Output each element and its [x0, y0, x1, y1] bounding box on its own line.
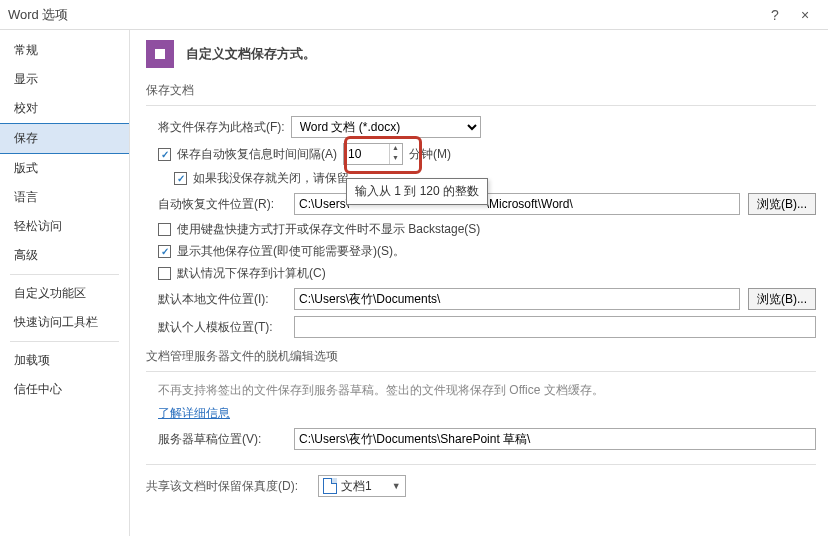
- local-location-input[interactable]: [294, 288, 740, 310]
- sidebar-item-trust-center[interactable]: 信任中心: [0, 375, 129, 404]
- autorecover-location-label: 自动恢复文件位置(R):: [158, 196, 286, 213]
- close-button[interactable]: ×: [790, 7, 820, 23]
- sidebar-item-save[interactable]: 保存: [0, 123, 129, 154]
- show-other-locations-label: 显示其他保存位置(即使可能需要登录)(S)。: [177, 243, 405, 260]
- spinner-up-icon[interactable]: ▲: [389, 144, 401, 154]
- spinner-down-icon[interactable]: ▼: [389, 154, 401, 164]
- content-panel: 自定义文档保存方式。 保存文档 将文件保存为此格式(F): Word 文档 (*…: [130, 30, 828, 536]
- fidelity-document-name: 文档1: [341, 478, 372, 495]
- divider: [146, 105, 816, 106]
- sidebar-separator: [10, 274, 119, 275]
- minutes-label: 分钟(M): [409, 146, 451, 163]
- show-other-locations-checkbox[interactable]: [158, 245, 171, 258]
- hide-backstage-label: 使用键盘快捷方式打开或保存文件时不显示 Backstage(S): [177, 221, 480, 238]
- sidebar-item-advanced[interactable]: 高级: [0, 241, 129, 270]
- window-title: Word 选项: [8, 6, 760, 24]
- local-browse-button[interactable]: 浏览(B)...: [748, 288, 816, 310]
- sidebar-item-addins[interactable]: 加载项: [0, 346, 129, 375]
- server-draft-location-label: 服务器草稿位置(V):: [158, 431, 286, 448]
- section-fidelity-title: 共享该文档时保留保真度(D):: [146, 478, 298, 495]
- page-header: 自定义文档保存方式。: [186, 45, 316, 63]
- save-to-computer-label: 默认情况下保存到计算机(C): [177, 265, 326, 282]
- sidebar-item-layout[interactable]: 版式: [0, 154, 129, 183]
- autorecover-browse-button[interactable]: 浏览(B)...: [748, 193, 816, 215]
- learn-more-link[interactable]: 了解详细信息: [158, 406, 230, 420]
- section-save-docs-title: 保存文档: [146, 82, 816, 99]
- keep-last-autosave-label: 如果我没保存就关闭，请保留: [193, 170, 349, 187]
- divider: [146, 371, 816, 372]
- section-server-title: 文档管理服务器文件的脱机编辑选项: [146, 348, 816, 365]
- autosave-interval-label: 保存自动恢复信息时间间隔(A): [177, 146, 337, 163]
- file-format-select[interactable]: Word 文档 (*.docx): [291, 116, 481, 138]
- sidebar-item-general[interactable]: 常规: [0, 36, 129, 65]
- local-location-label: 默认本地文件位置(I):: [158, 291, 286, 308]
- help-button[interactable]: ?: [760, 7, 790, 23]
- save-section-icon: [146, 40, 174, 68]
- sidebar-item-proofing[interactable]: 校对: [0, 94, 129, 123]
- file-format-label: 将文件保存为此格式(F):: [158, 119, 285, 136]
- autosave-range-tooltip: 输入从 1 到 120 的整数: [346, 178, 488, 205]
- sidebar-separator: [10, 341, 119, 342]
- server-draft-location-input[interactable]: [294, 428, 816, 450]
- template-location-label: 默认个人模板位置(T):: [158, 319, 286, 336]
- divider: [146, 464, 816, 465]
- sidebar-item-accessibility[interactable]: 轻松访问: [0, 212, 129, 241]
- sidebar-item-display[interactable]: 显示: [0, 65, 129, 94]
- keep-last-autosave-checkbox[interactable]: [174, 172, 187, 185]
- template-location-input[interactable]: [294, 316, 816, 338]
- sidebar-item-language[interactable]: 语言: [0, 183, 129, 212]
- sidebar-item-quick-access[interactable]: 快速访问工具栏: [0, 308, 129, 337]
- server-draft-note: 不再支持将签出的文件保存到服务器草稿。签出的文件现将保存到 Office 文档缓…: [146, 382, 816, 399]
- autosave-spinner[interactable]: ▲▼: [389, 144, 401, 164]
- hide-backstage-checkbox[interactable]: [158, 223, 171, 236]
- sidebar: 常规 显示 校对 保存 版式 语言 轻松访问 高级 自定义功能区 快速访问工具栏…: [0, 30, 130, 536]
- chevron-down-icon: ▼: [392, 481, 401, 491]
- sidebar-item-customize-ribbon[interactable]: 自定义功能区: [0, 279, 129, 308]
- document-icon: [323, 478, 337, 494]
- autosave-interval-checkbox[interactable]: [158, 148, 171, 161]
- save-to-computer-checkbox[interactable]: [158, 267, 171, 280]
- titlebar: Word 选项 ? ×: [0, 0, 828, 30]
- fidelity-document-select[interactable]: 文档1 ▼: [318, 475, 406, 497]
